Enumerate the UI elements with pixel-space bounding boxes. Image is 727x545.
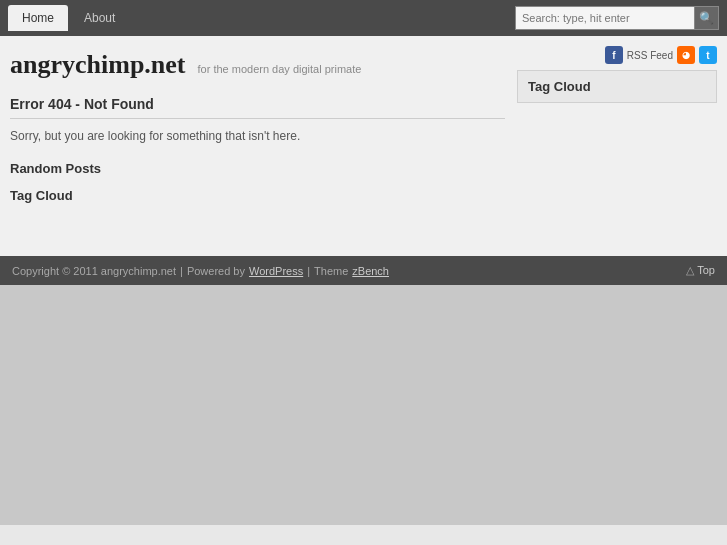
- sidebar-icons-row: f RSS Feed ◕ t: [517, 46, 717, 64]
- nav-tabs: Home About: [8, 5, 129, 31]
- sidebar-widget-tag-cloud: Tag Cloud: [517, 70, 717, 103]
- main-content: angrychimp.net for the modern day digita…: [10, 46, 505, 246]
- footer-right: △ Top: [686, 264, 715, 277]
- site-title-area: angrychimp.net for the modern day digita…: [10, 46, 505, 80]
- wrapper: angrychimp.net for the modern day digita…: [0, 36, 727, 256]
- tag-cloud-heading: Tag Cloud: [10, 188, 505, 203]
- theme-text: Theme: [314, 265, 348, 277]
- search-area: 🔍: [515, 6, 719, 30]
- nav-tab-about[interactable]: About: [70, 5, 129, 31]
- below-footer-area: [0, 285, 727, 525]
- search-button[interactable]: 🔍: [695, 6, 719, 30]
- site-tagline: for the modern day digital primate: [198, 63, 362, 75]
- site-title: angrychimp.net: [10, 50, 186, 80]
- random-posts-heading: Random Posts: [10, 161, 505, 176]
- navbar: Home About 🔍: [0, 0, 727, 36]
- powered-by-text: Powered by: [187, 265, 245, 277]
- nav-tab-home[interactable]: Home: [8, 5, 68, 31]
- error-text: Sorry, but you are looking for something…: [10, 129, 505, 143]
- rss-text: RSS Feed: [627, 50, 673, 61]
- top-link[interactable]: Top: [697, 264, 715, 276]
- footer: Copyright © 2011 angrychimp.net | Powere…: [0, 256, 727, 285]
- theme-link[interactable]: zBench: [352, 265, 389, 277]
- footer-separator1: |: [180, 265, 183, 277]
- sidebar: f RSS Feed ◕ t Tag Cloud: [517, 46, 717, 246]
- footer-left: Copyright © 2011 angrychimp.net | Powere…: [12, 265, 389, 277]
- twitter-icon[interactable]: t: [699, 46, 717, 64]
- search-input[interactable]: [515, 6, 695, 30]
- widget-title: Tag Cloud: [528, 79, 706, 94]
- rss-label: RSS Feed: [627, 50, 673, 61]
- copyright-text: Copyright © 2011 angrychimp.net: [12, 265, 176, 277]
- search-icon: 🔍: [699, 11, 714, 25]
- rss-icon[interactable]: ◕: [677, 46, 695, 64]
- wordpress-link[interactable]: WordPress: [249, 265, 303, 277]
- top-arrow-icon: △: [686, 264, 694, 276]
- footer-separator2: |: [307, 265, 310, 277]
- error-heading: Error 404 - Not Found: [10, 96, 505, 119]
- facebook-icon[interactable]: f: [605, 46, 623, 64]
